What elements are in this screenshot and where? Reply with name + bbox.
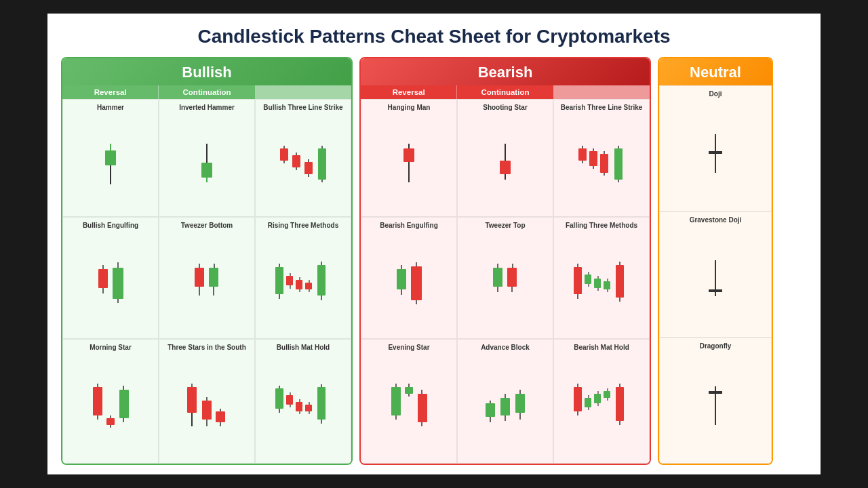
slide: Candlestick Patterns Cheat Sheet for Cry… [47, 14, 821, 474]
svg-rect-85 [578, 148, 587, 161]
svg-rect-142 [574, 387, 582, 411]
svg-rect-145 [585, 398, 591, 407]
pattern-falling-three-methods-visual [557, 232, 646, 335]
svg-rect-148 [594, 394, 601, 403]
pattern-bullish-engulfing-visual [66, 232, 155, 335]
pattern-shooting-star-name: Shooting Star [483, 104, 528, 112]
svg-rect-97 [397, 269, 406, 289]
pattern-tweezer-top-visual [460, 232, 550, 335]
pattern-morning-star: Morning Star [62, 339, 159, 464]
pattern-bullish-three-line-strike-visual [258, 115, 348, 214]
pattern-evening-star: Evening Star [361, 339, 457, 464]
svg-rect-61 [216, 411, 225, 422]
pattern-falling-three-methods-name: Falling Three Methods [566, 222, 637, 230]
bullish-section: Bullish Reversal Continuation Hammer [61, 57, 353, 465]
svg-rect-52 [119, 390, 129, 418]
svg-rect-127 [405, 387, 413, 394]
pattern-hanging-man-name: Hanging Man [388, 104, 431, 112]
svg-rect-28 [209, 268, 218, 287]
svg-rect-13 [304, 162, 313, 174]
svg-rect-1 [105, 150, 116, 165]
svg-rect-79 [403, 148, 414, 162]
neutral-header: Neutral [659, 58, 772, 85]
svg-rect-103 [493, 268, 502, 287]
svg-rect-100 [411, 266, 422, 300]
svg-rect-118 [604, 281, 610, 289]
bullish-continuation-header: Continuation [158, 85, 254, 99]
bearish-grid: Hanging Man Shooting Star [361, 99, 650, 464]
neutral-section: Neutral Doji Gravestone Doji [658, 57, 773, 465]
pattern-evening-star-name: Evening Star [388, 344, 429, 352]
pattern-tweezer-top-name: Tweezer Top [485, 222, 525, 230]
pattern-tweezer-bottom-visual [162, 232, 252, 335]
svg-rect-136 [500, 398, 510, 415]
pattern-rising-three-methods-name: Rising Three Methods [268, 222, 338, 230]
pattern-bullish-mat-hold-visual [258, 354, 348, 460]
pattern-advance-block-name: Advance Block [481, 344, 530, 352]
svg-rect-64 [275, 388, 283, 409]
pattern-hanging-man-visual [364, 115, 454, 214]
pattern-doji: Doji [659, 85, 772, 211]
pattern-bullish-engulfing-name: Bullish Engulfing [83, 222, 138, 230]
svg-rect-160 [709, 289, 722, 292]
svg-rect-49 [106, 418, 115, 425]
svg-rect-70 [296, 402, 302, 411]
svg-rect-157 [709, 151, 722, 154]
pattern-bullish-mat-hold-name: Bullish Mat Hold [277, 344, 330, 352]
pattern-rising-three-methods: Rising Three Methods [255, 217, 351, 338]
svg-rect-154 [616, 387, 624, 421]
svg-rect-88 [589, 151, 597, 166]
pattern-bullish-three-line-strike: Bullish Three Line Strike [255, 99, 351, 217]
pattern-three-stars-south-name: Three Stars in the South [167, 344, 246, 352]
main-title: Candlestick Patterns Cheat Sheet for Cry… [197, 26, 670, 47]
pattern-doji-name: Doji [709, 90, 722, 98]
svg-rect-10 [292, 155, 300, 167]
pattern-gravestone-doji-name: Gravestone Doji [690, 216, 742, 224]
bearish-header: Bearish [361, 58, 650, 85]
bullish-grid: Hammer Inverted Hammer [62, 99, 351, 464]
svg-rect-94 [614, 148, 623, 180]
pattern-advance-block-visual [460, 354, 550, 460]
svg-rect-55 [187, 387, 197, 413]
bearish-continuation-header: Continuation [456, 85, 553, 99]
svg-rect-73 [305, 405, 312, 411]
pattern-evening-star-visual [364, 354, 454, 460]
pattern-bearish-mat-hold-visual [557, 354, 646, 460]
pattern-doji-visual [663, 101, 768, 208]
pattern-hammer-visual [66, 115, 155, 214]
pattern-bearish-engulfing: Bearish Engulfing [361, 217, 457, 338]
svg-rect-4 [201, 163, 212, 178]
svg-rect-37 [296, 280, 302, 289]
pattern-gravestone-doji-visual [663, 227, 768, 334]
pattern-bullish-mat-hold: Bullish Mat Hold [255, 339, 351, 464]
pattern-bearish-three-line-strike-name: Bearish Three Line Strike [561, 104, 643, 112]
pattern-bearish-mat-hold-name: Bearish Mat Hold [574, 344, 629, 352]
pattern-three-stars-south-visual [162, 354, 252, 460]
pattern-bullish-three-line-strike-name: Bullish Three Line Strike [263, 104, 342, 112]
bearish-section: Bearish Reversal Continuation Hanging Ma… [359, 57, 651, 465]
svg-rect-91 [600, 154, 608, 173]
svg-rect-133 [486, 403, 495, 417]
pattern-tweezer-bottom: Tweezer Bottom [159, 217, 255, 338]
svg-rect-67 [286, 395, 293, 405]
svg-rect-112 [585, 274, 591, 284]
svg-rect-151 [604, 391, 610, 398]
pattern-inverted-hammer-visual [162, 115, 252, 214]
pattern-shooting-star: Shooting Star [457, 99, 553, 217]
pattern-dragonfly-visual [663, 353, 768, 460]
pattern-bearish-three-line-strike: Bearish Three Line Strike [553, 99, 650, 217]
pattern-inverted-hammer-name: Inverted Hammer [179, 104, 235, 112]
pattern-bearish-mat-hold: Bearish Mat Hold [553, 339, 650, 464]
svg-rect-130 [418, 394, 427, 422]
pattern-three-stars-south: Three Stars in the South [159, 339, 255, 464]
pattern-bearish-engulfing-name: Bearish Engulfing [380, 222, 438, 230]
pattern-falling-three-methods: Falling Three Methods [553, 217, 650, 338]
svg-rect-34 [286, 276, 293, 285]
bullish-header: Bullish [62, 58, 351, 85]
svg-rect-25 [195, 268, 204, 287]
svg-rect-109 [574, 267, 582, 294]
pattern-tweezer-top: Tweezer Top [457, 217, 553, 338]
pattern-bearish-three-line-strike-visual [557, 115, 646, 214]
bearish-reversal-header: Reversal [361, 85, 456, 99]
svg-rect-124 [391, 387, 401, 415]
